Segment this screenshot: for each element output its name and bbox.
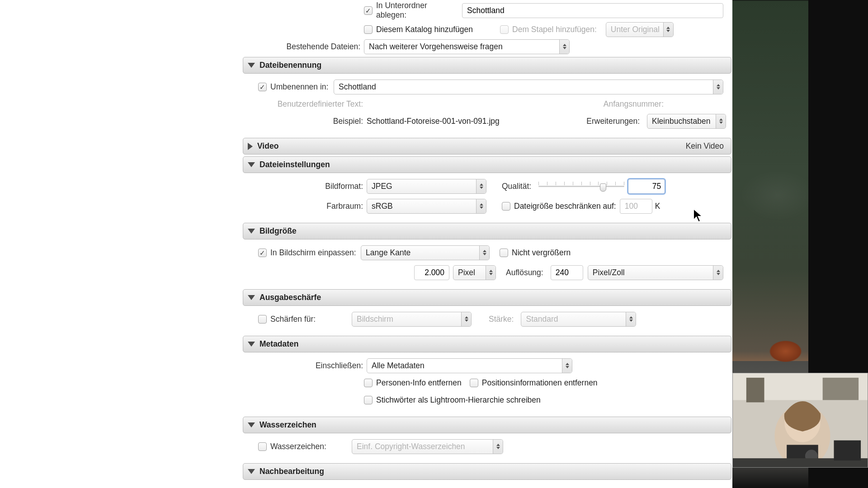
- export-settings-panel: In Unterordner ablegen: Diesem Katalog h…: [242, 0, 732, 488]
- section-video-header[interactable]: Video Kein Video: [243, 138, 731, 155]
- example-label: Beispiel:: [248, 117, 367, 126]
- subfolder-label: In Unterordner ablegen:: [376, 1, 462, 20]
- no-enlarge-checkbox[interactable]: [500, 249, 508, 257]
- existing-files-select[interactable]: Nach weiterer Vorgehensweise fragen: [364, 39, 570, 54]
- sharpen-amount-label: Stärke:: [489, 314, 517, 324]
- section-postprocessing-header[interactable]: Nachbearbeitung: [243, 463, 731, 480]
- section-file-settings-header[interactable]: Dateieinstellungen: [243, 156, 731, 173]
- start-number-label: Anfangsnummer:: [590, 99, 667, 109]
- colorspace-label: Farbraum:: [248, 202, 367, 211]
- metadata-include-select[interactable]: Alle Metadaten: [367, 358, 572, 373]
- chevron-down-icon: [248, 63, 255, 68]
- quality-label: Qualität:: [502, 182, 535, 191]
- section-watermark-header[interactable]: Wasserzeichen: [243, 417, 731, 433]
- subfolder-input[interactable]: [462, 3, 723, 18]
- limit-size-unit: K: [655, 202, 660, 211]
- no-enlarge-label: Nicht vergrößern: [512, 248, 571, 258]
- dimension-input[interactable]: [414, 265, 449, 280]
- quality-input[interactable]: [628, 179, 665, 194]
- quality-slider[interactable]: [538, 181, 624, 192]
- stack-position-select: Unter Original: [606, 22, 674, 37]
- rename-preset-select[interactable]: Schottland: [334, 80, 723, 94]
- watermark-checkbox[interactable]: [258, 442, 267, 451]
- sharpen-for-label: Schärfen für:: [270, 314, 324, 324]
- sharpen-checkbox[interactable]: [258, 315, 267, 324]
- fit-label: In Bildschirm einpassen:: [270, 248, 361, 258]
- keywords-hierarchy-label: Stichwörter als Lightroom-Hierarchie sch…: [376, 395, 541, 405]
- section-file-naming-header[interactable]: Dateibenennung: [243, 57, 731, 74]
- watermark-label: Wasserzeichen:: [270, 442, 333, 451]
- video-status: Kein Video: [686, 141, 726, 151]
- rename-label: Umbenennen in:: [270, 82, 334, 92]
- existing-files-label: Bestehende Dateien:: [269, 42, 364, 52]
- watermark-select: Einf. Copyright-Wasserzeichen: [352, 439, 503, 454]
- chevron-down-icon: [248, 469, 255, 474]
- extensions-select[interactable]: Kleinbuchstaben: [647, 114, 726, 129]
- svg-rect-2: [823, 378, 859, 400]
- dimension-unit-select[interactable]: Pixel: [453, 265, 496, 280]
- rename-checkbox[interactable]: [258, 83, 267, 91]
- remove-people-label: Personen-Info entfernen: [376, 378, 462, 388]
- limit-size-input[interactable]: [620, 199, 652, 214]
- sharpen-for-select: Bildschirm: [352, 312, 472, 327]
- webcam-overlay: [732, 373, 868, 468]
- svg-rect-3: [746, 378, 764, 402]
- add-to-stack-label: Dem Stapel hinzufügen:: [512, 25, 600, 34]
- section-image-size-header[interactable]: Bildgröße: [243, 223, 731, 239]
- limit-size-label: Dateigröße beschränken auf:: [514, 202, 616, 211]
- resolution-input[interactable]: [551, 265, 583, 280]
- remove-location-label: Positionsinformationen entfernen: [482, 378, 598, 388]
- svg-rect-9: [834, 441, 861, 461]
- chevron-down-icon: [248, 342, 255, 347]
- add-to-catalog-label: Diesem Katalog hinzufügen: [376, 25, 473, 34]
- chevron-down-icon: [248, 422, 255, 427]
- fit-select[interactable]: Lange Kante: [361, 245, 490, 260]
- chevron-down-icon: [248, 295, 255, 300]
- metadata-include-label: Einschließen:: [248, 361, 367, 371]
- add-to-catalog-checkbox[interactable]: [364, 25, 373, 34]
- section-metadata-header[interactable]: Metadaten: [243, 336, 731, 352]
- fit-checkbox[interactable]: [258, 249, 267, 257]
- add-to-stack-checkbox: [500, 25, 509, 34]
- section-output-sharpening-header[interactable]: Ausgabeschärfe: [243, 289, 731, 306]
- resolution-label: Auflösung:: [506, 268, 547, 277]
- format-label: Bildformat:: [248, 182, 367, 191]
- remove-people-checkbox[interactable]: [364, 379, 373, 387]
- extensions-label: Erweiterungen:: [586, 117, 643, 126]
- colorspace-select[interactable]: sRGB: [367, 199, 486, 214]
- subfolder-checkbox[interactable]: [364, 6, 373, 15]
- left-empty-area: [0, 0, 242, 488]
- chevron-right-icon: [248, 143, 253, 150]
- limit-size-checkbox[interactable]: [502, 202, 510, 211]
- remove-location-checkbox[interactable]: [470, 379, 478, 387]
- keywords-hierarchy-checkbox[interactable]: [364, 396, 373, 404]
- chevron-down-icon: [248, 229, 255, 234]
- example-value: Schottland-Fotoreise-001-von-091.jpg: [367, 117, 500, 126]
- custom-text-label: Benutzerdefinierter Text:: [248, 99, 367, 109]
- sharpen-amount-select: Standard: [521, 312, 636, 327]
- resolution-unit-select[interactable]: Pixel/Zoll: [588, 265, 723, 280]
- format-select[interactable]: JPEG: [367, 179, 486, 194]
- chevron-down-icon: [248, 162, 255, 167]
